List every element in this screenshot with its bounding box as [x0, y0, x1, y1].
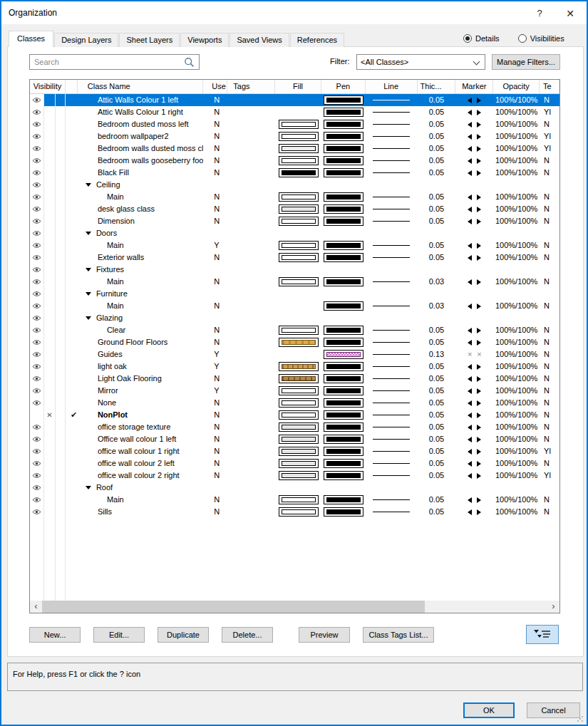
- fill-cell[interactable]: [275, 118, 321, 130]
- marker-cell[interactable]: [455, 106, 493, 118]
- visibility-cell[interactable]: [30, 179, 44, 191]
- pen-swatch[interactable]: [324, 350, 363, 359]
- pen-swatch[interactable]: [324, 338, 363, 347]
- marker-cell[interactable]: [455, 457, 493, 470]
- line-style-cell[interactable]: [366, 482, 418, 494]
- pen-cell[interactable]: [321, 348, 366, 361]
- marker-cell[interactable]: [455, 494, 493, 506]
- visibility-cell[interactable]: [30, 397, 44, 409]
- column-header-use[interactable]: Use: [203, 80, 227, 93]
- collapse-triangle-icon[interactable]: [86, 179, 96, 191]
- fill-swatch[interactable]: [279, 253, 319, 262]
- eye-icon[interactable]: [32, 483, 41, 492]
- eye-icon[interactable]: [32, 422, 41, 431]
- visibility-off-cell[interactable]: [44, 300, 56, 312]
- pen-swatch[interactable]: [324, 386, 363, 395]
- line-style-cell[interactable]: [366, 397, 418, 409]
- tab-design-layers[interactable]: Design Layers: [54, 33, 118, 47]
- visibility-off-cell[interactable]: [44, 470, 56, 482]
- marker-cell[interactable]: [455, 385, 493, 397]
- collapse-triangle-icon[interactable]: [86, 227, 96, 239]
- class-row[interactable]: Dimension N 0.05 100%/100% N: [30, 215, 559, 227]
- visibility-cell[interactable]: [30, 470, 44, 482]
- visibility-cell[interactable]: [30, 494, 44, 506]
- class-row[interactable]: light oak Y 0.05 100%/100% N: [30, 361, 559, 373]
- visibility-cell[interactable]: [30, 373, 44, 385]
- fill-cell[interactable]: [275, 191, 321, 203]
- line-style-cell[interactable]: [366, 421, 418, 433]
- visibility-off-cell[interactable]: [44, 385, 56, 397]
- pen-swatch[interactable]: [324, 507, 363, 517]
- fill-swatch[interactable]: [279, 326, 319, 335]
- eye-icon[interactable]: [32, 386, 41, 395]
- visibility-off-cell[interactable]: [44, 130, 56, 142]
- fill-swatch[interactable]: [279, 495, 319, 504]
- visibility-cell[interactable]: [30, 215, 44, 227]
- pen-cell[interactable]: [321, 470, 366, 482]
- fill-cell[interactable]: [275, 215, 321, 227]
- visibility-off-cell[interactable]: [44, 94, 56, 106]
- class-row[interactable]: desk glass class N 0.05 100%/100% N: [30, 203, 559, 215]
- edit-button[interactable]: Edit...: [93, 627, 145, 643]
- marker-cell[interactable]: [455, 409, 493, 421]
- visibility-off-cell[interactable]: [44, 155, 56, 167]
- class-row[interactable]: Bedroom walls gooseberry fool 5 N 0.05 1…: [30, 155, 559, 167]
- eye-icon[interactable]: [32, 374, 41, 383]
- class-row[interactable]: Glazing: [30, 312, 559, 324]
- visibility-cell[interactable]: [30, 155, 44, 167]
- line-style-cell[interactable]: [366, 142, 418, 155]
- fill-cell[interactable]: [275, 445, 321, 457]
- pen-swatch[interactable]: [324, 241, 363, 250]
- fill-cell[interactable]: [275, 276, 321, 288]
- fill-swatch[interactable]: [279, 168, 319, 177]
- line-style-cell[interactable]: [366, 264, 418, 276]
- pen-swatch[interactable]: [324, 301, 363, 311]
- pen-cell[interactable]: [321, 457, 366, 470]
- hierarchy-display-toggle[interactable]: [526, 625, 559, 644]
- line-style-cell[interactable]: [366, 445, 418, 457]
- class-row[interactable]: office wall colour 2 left N 0.05 100%/10…: [30, 457, 559, 470]
- marker-cell[interactable]: [455, 203, 493, 215]
- marker-cell[interactable]: [455, 421, 493, 433]
- eye-icon[interactable]: [32, 156, 41, 165]
- eye-icon[interactable]: [32, 265, 41, 274]
- pen-cell[interactable]: [321, 361, 366, 373]
- fill-cell[interactable]: [275, 470, 321, 482]
- pen-cell[interactable]: [321, 106, 366, 118]
- visibility-cell[interactable]: [30, 421, 44, 433]
- line-style-cell[interactable]: [366, 336, 418, 348]
- visibility-cell[interactable]: [30, 130, 44, 142]
- visibility-off-cell[interactable]: [44, 397, 56, 409]
- fill-cell[interactable]: [275, 227, 321, 239]
- scrollbar-thumb[interactable]: [42, 601, 425, 613]
- tab-saved-views[interactable]: Saved Views: [229, 33, 289, 47]
- pen-swatch[interactable]: [324, 217, 363, 226]
- column-header-te[interactable]: Te: [540, 80, 559, 93]
- visibility-cell[interactable]: [30, 191, 44, 203]
- pen-swatch[interactable]: [324, 132, 363, 141]
- scroll-right-icon[interactable]: ›: [547, 601, 559, 613]
- visibility-cell[interactable]: [30, 361, 44, 373]
- class-row[interactable]: ✕ ✔NonPlot N 0.05 100%/100% N: [30, 409, 559, 421]
- marker-cell[interactable]: [455, 251, 493, 264]
- class-row[interactable]: office storage texture N 0.05 100%/100% …: [30, 421, 559, 433]
- marker-cell[interactable]: [455, 142, 493, 155]
- class-row[interactable]: Black Fill N 0.05 100%/100% N: [30, 167, 559, 179]
- class-row[interactable]: Main N 0.05 100%/100% N: [30, 494, 559, 506]
- eye-icon[interactable]: [32, 471, 41, 479]
- fill-swatch[interactable]: [279, 241, 319, 250]
- line-style-cell[interactable]: [366, 361, 418, 373]
- fill-swatch[interactable]: [279, 459, 319, 468]
- visibility-cell[interactable]: [30, 482, 44, 494]
- resize-grip-icon[interactable]: [577, 715, 584, 722]
- class-row[interactable]: Main N 0.03 100%/100% N: [30, 276, 559, 288]
- visibility-off-cell[interactable]: [44, 167, 56, 179]
- visibility-cell[interactable]: [30, 94, 44, 106]
- pen-swatch[interactable]: [324, 410, 363, 420]
- fill-cell[interactable]: [275, 482, 321, 494]
- class-row[interactable]: Furniture: [30, 288, 559, 300]
- pen-cell[interactable]: [321, 118, 366, 130]
- pen-cell[interactable]: [321, 300, 366, 312]
- line-style-cell[interactable]: [366, 106, 418, 118]
- column-header-marker[interactable]: Marker: [455, 80, 493, 93]
